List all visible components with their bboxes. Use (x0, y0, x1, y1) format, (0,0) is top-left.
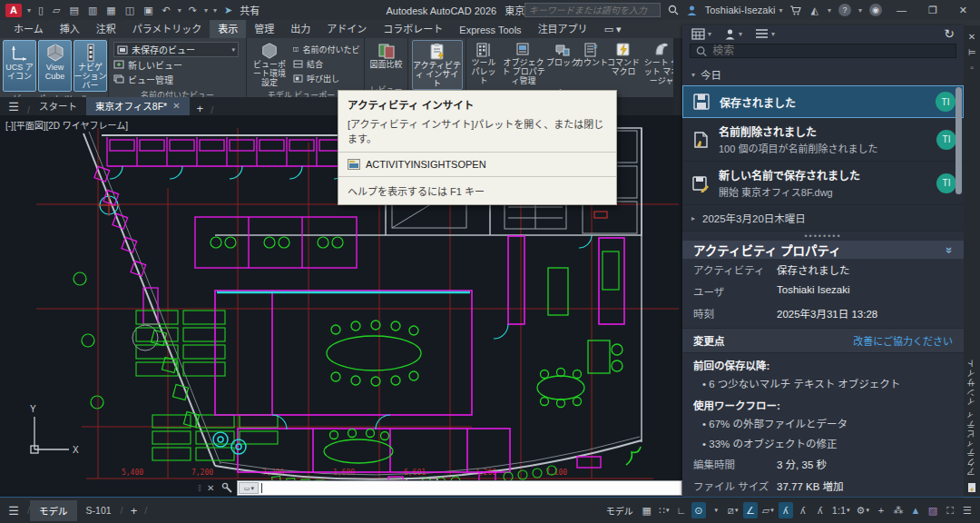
tab-collaborate[interactable]: コラボレート (375, 18, 451, 38)
new-view-button[interactable]: 新しいビュー (113, 57, 241, 72)
print-icon[interactable]: ▣ (142, 1, 154, 19)
command-line-close-icon[interactable]: ✕ (203, 483, 218, 493)
polar-caret-icon[interactable]: ▾ (709, 502, 723, 518)
help-icon[interactable]: ? (838, 4, 851, 16)
viewport-controls-label[interactable]: [-][平面図][2D ワイヤフレーム] (5, 118, 128, 132)
redo-icon[interactable]: ↷ (187, 1, 199, 19)
user-icon[interactable] (686, 5, 698, 16)
palette-scrollbar[interactable] (956, 87, 962, 194)
navigation-bar-button[interactable]: ナビゲーション バー (74, 40, 107, 92)
sheet-icon[interactable]: ◫ (123, 1, 136, 19)
annotation-monitor-icon[interactable]: + (874, 502, 888, 518)
new-drawing-tab-button[interactable]: + (190, 102, 211, 115)
tab-featured-apps[interactable]: 注目アプリ (530, 18, 596, 38)
user-filter-button[interactable]: ▾ (724, 28, 742, 40)
palette-autohide-icon[interactable]: ⊨ (968, 47, 976, 57)
annotation-visibility-icon[interactable]: ʎ (779, 502, 793, 518)
close-button[interactable]: ✕ (952, 5, 975, 16)
snap-toggle-icon[interactable]: ∷▾ (657, 502, 671, 518)
cart-icon[interactable] (789, 5, 801, 15)
model-space-toggle[interactable]: モデル (603, 504, 637, 518)
tab-addins[interactable]: アドイン (318, 18, 375, 38)
object-snap-icon[interactable]: ▱▾ (760, 502, 776, 518)
palette-search[interactable] (690, 44, 956, 58)
workspace-gear-icon[interactable]: ⚙▾ (855, 502, 871, 518)
sheet-set-manager-button[interactable]: シート セット マネージャ (642, 40, 673, 86)
layout-tab-model[interactable]: モデル (30, 500, 77, 521)
open-file-icon[interactable]: ▱ (51, 1, 62, 19)
tab-parametric[interactable]: パラメトリック (124, 18, 211, 38)
file-tab-menu-icon[interactable]: ☰ (0, 98, 27, 115)
scale-value[interactable]: 1:1▾ (830, 502, 852, 518)
palette-close-icon[interactable]: ✕ (968, 32, 975, 42)
blocks-palette-button[interactable]: ブロック (549, 40, 576, 86)
command-line-grip[interactable]: ⁞⁞ (195, 484, 203, 493)
view-dropdown[interactable]: 未保存のビュー▾ (113, 42, 239, 57)
autodesk-logo-icon[interactable]: ◭ (808, 1, 819, 19)
panel-title-named-views[interactable]: 名前の付いたビュー (109, 90, 246, 97)
command-macro-button[interactable]: コマンド マクロ (607, 40, 640, 86)
date-filter-button[interactable]: ▾ (691, 27, 711, 40)
share-label[interactable]: 共有 (240, 3, 260, 17)
command-input[interactable]: ▭▾ (237, 480, 682, 496)
refresh-icon[interactable]: ↻ (944, 26, 955, 41)
properties-palette-button[interactable]: オブジェクト プロパティ管理 (500, 40, 547, 86)
search-icon[interactable] (668, 5, 679, 15)
graphics-performance-icon[interactable]: ▲ (908, 502, 923, 518)
object-snap-tracking-icon[interactable]: ∠ (743, 502, 758, 518)
customization-icon[interactable]: ☰ (960, 502, 975, 518)
collapse-today-icon[interactable]: ▾ (691, 71, 695, 79)
share-icon[interactable]: ➤ (222, 1, 234, 19)
clean-screen-icon[interactable]: ⛶ (943, 502, 957, 518)
activity-properties-header[interactable]: アクティビティ プロパティ » (682, 241, 964, 259)
join-viewports-button[interactable]: 結合 (293, 56, 360, 71)
clean-screen-image-icon[interactable]: ▨ (926, 502, 940, 518)
activity-item-saved-as[interactable]: 新しい名前で保存されました 開始 東京オフィス8F.dwg TI (682, 162, 964, 205)
undo-icon[interactable]: ↶ (161, 1, 172, 19)
isodraft-icon[interactable]: ⧄▾ (726, 502, 740, 518)
save-icon[interactable]: ▤ (68, 1, 81, 19)
tab-output[interactable]: 出力 (282, 18, 318, 38)
plot-icon[interactable]: ▦ (104, 1, 117, 19)
drawing-compare-button[interactable]: 図面比較 (368, 40, 405, 83)
signed-in-user[interactable]: Toshiaki-Isezaki▾ (705, 5, 783, 15)
grid-toggle-icon[interactable]: ▦ (640, 502, 654, 518)
qat-customize-caret-icon[interactable]: ▾ (213, 6, 217, 15)
feedback-link[interactable]: 改善にご協力ください (853, 333, 953, 348)
group-today[interactable]: ▾ 今日 (682, 64, 964, 85)
tab-home[interactable]: ホーム (5, 18, 52, 38)
layout-tab-s101[interactable]: S-101 (77, 501, 121, 519)
tab-express-tools[interactable]: Express Tools (451, 22, 529, 38)
command-chip-icon[interactable]: ▭▾ (239, 482, 259, 494)
panel-title-viewport-tools[interactable]: ビューポート ツール ▾ (0, 94, 108, 97)
autocad-logo[interactable]: A (5, 4, 22, 17)
new-layout-button[interactable]: + (123, 504, 145, 518)
annotation-scale-icon[interactable]: ʎ (813, 502, 828, 518)
tab-view[interactable]: 表示 (210, 18, 246, 38)
minimize-button[interactable]: — (889, 5, 914, 15)
ortho-toggle-icon[interactable]: ∟ (674, 502, 689, 518)
panel-splitter[interactable]: •••••••• (682, 232, 964, 241)
autodesk-caret-icon[interactable]: ▾ (828, 6, 831, 15)
help-search-input[interactable] (524, 3, 661, 17)
activity-insight-button[interactable]: アクティビティ インサイト (412, 40, 463, 90)
activity-item-saved[interactable]: 保存されました TI (682, 85, 964, 118)
view-manager-button[interactable]: ビュー管理 (113, 72, 241, 86)
tool-palettes-button[interactable]: ツール パレット (469, 40, 498, 86)
redo-caret-icon[interactable]: ▾ (204, 6, 208, 15)
command-line[interactable]: ⁞⁞ ✕ ▭▾ (195, 480, 682, 496)
palette-properties-icon[interactable]: ▫ (970, 63, 974, 73)
undo-caret-icon[interactable]: ▾ (178, 6, 181, 15)
tab-insert[interactable]: 挿入 (52, 18, 88, 38)
save-as-icon[interactable]: ▥ (86, 1, 99, 19)
ucs-icon-button[interactable]: UCS アイコン (3, 40, 36, 92)
named-viewports-button[interactable]: 名前の付いたビューポート (293, 42, 360, 56)
polar-tracking-icon[interactable]: ⊙ (691, 502, 706, 518)
type-filter-button[interactable]: ▾ (755, 28, 775, 39)
viewcube-button[interactable]: View Cube (38, 40, 72, 92)
restore-viewports-button[interactable]: 呼び出し (293, 72, 360, 86)
expand-date-group-icon[interactable]: ▸ (691, 214, 695, 222)
tab-annotate[interactable]: 注釈 (88, 18, 124, 38)
palette-search-input[interactable] (712, 44, 950, 57)
date-group-row[interactable]: ▸ 2025年3月20日木曜日 (682, 205, 964, 232)
